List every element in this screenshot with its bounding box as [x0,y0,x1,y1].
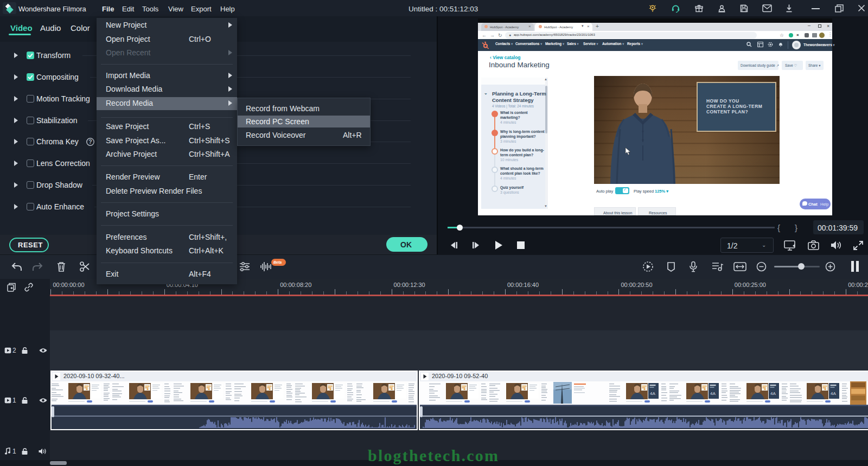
svg-text:4A: 4A [650,391,655,396]
svg-text:4A: 4A [710,391,716,396]
svg-text:2020-09-10 09-32-40...: 2020-09-10 09-32-40... [63,373,125,379]
svg-text:?: ? [88,138,92,145]
svg-text:2020-09-10 09-52-40: 2020-09-10 09-52-40 [432,373,488,379]
svg-text:4A: 4A [770,391,776,396]
svg-text:4A: 4A [831,391,836,396]
